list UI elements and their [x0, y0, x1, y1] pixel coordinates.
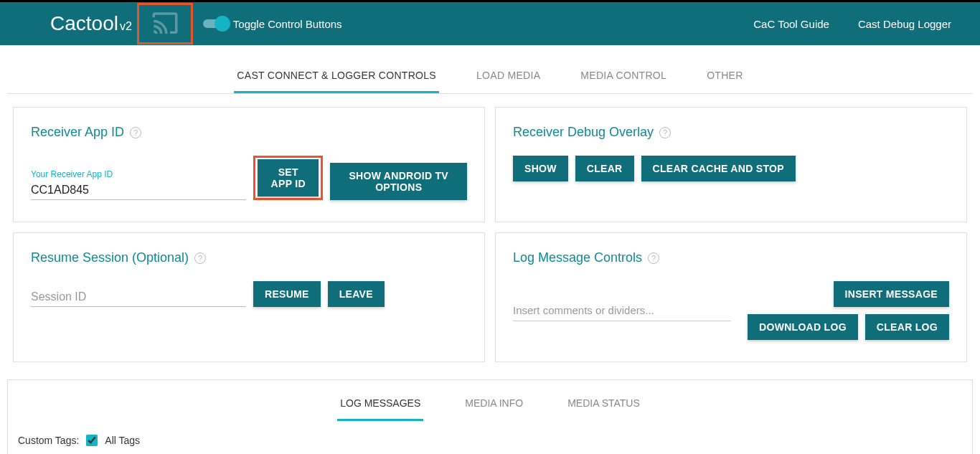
- tab-media-control[interactable]: MEDIA CONTROL: [578, 60, 669, 93]
- log-section: LOG MESSAGES MEDIA INFO MEDIA STATUS Cus…: [7, 379, 973, 454]
- title-text: Resume Session (Optional): [31, 250, 189, 265]
- checkbox-all-tags[interactable]: [86, 435, 98, 446]
- app-logo: Cactoolv2: [50, 12, 132, 35]
- input-session-id[interactable]: [31, 288, 246, 307]
- tab-log-messages[interactable]: LOG MESSAGES: [337, 387, 423, 421]
- title-text: Log Message Controls: [513, 250, 642, 265]
- download-log-button[interactable]: DOWNLOAD LOG: [748, 314, 858, 340]
- log-tabs: LOG MESSAGES MEDIA INFO MEDIA STATUS: [8, 380, 972, 422]
- custom-tags-label: Custom Tags:: [18, 435, 79, 446]
- panel-title-log-controls: Log Message Controls ?: [513, 250, 949, 265]
- input-receiver-app-id[interactable]: [31, 181, 246, 200]
- show-android-tv-options-button[interactable]: SHOW ANDROID TV OPTIONS: [330, 163, 467, 200]
- tab-load-media[interactable]: LOAD MEDIA: [473, 60, 543, 93]
- panel-title-debug-overlay: Receiver Debug Overlay ?: [513, 125, 949, 140]
- title-text: Receiver App ID: [31, 125, 124, 140]
- app-header: Cactoolv2 Toggle Control Buttons CaC Too…: [0, 2, 980, 45]
- control-panels: Receiver App ID ? Your Receiver App ID S…: [0, 94, 980, 375]
- resume-button[interactable]: RESUME: [253, 281, 321, 307]
- clear-log-button[interactable]: CLEAR LOG: [865, 314, 949, 340]
- custom-tags-row: Custom Tags: All Tags: [8, 422, 972, 454]
- clear-cache-stop-button[interactable]: CLEAR CACHE AND STOP: [641, 156, 796, 181]
- toggle-label: Toggle Control Buttons: [233, 18, 342, 30]
- panel-receiver-debug-overlay: Receiver Debug Overlay ? SHOW CLEAR CLEA…: [495, 107, 967, 222]
- cast-icon[interactable]: [147, 9, 183, 39]
- field-receiver-app-id: Your Receiver App ID: [31, 169, 246, 200]
- logo-version: v2: [120, 20, 132, 32]
- tab-other[interactable]: OTHER: [704, 60, 746, 93]
- help-icon[interactable]: ?: [648, 252, 659, 264]
- link-cac-tool-guide[interactable]: CaC Tool Guide: [753, 18, 829, 30]
- checkbox-all-tags-label: All Tags: [105, 435, 140, 446]
- help-icon[interactable]: ?: [194, 252, 206, 264]
- toggle-thumb: [215, 16, 230, 32]
- panel-resume-session: Resume Session (Optional) ? RESUME LEAVE: [13, 232, 485, 362]
- panel-title-receiver-app: Receiver App ID ?: [31, 125, 467, 140]
- panel-log-message-controls: Log Message Controls ? INSERT MESSAGE DO…: [495, 232, 967, 362]
- toggle-switch[interactable]: [203, 19, 225, 28]
- main-tabs: CAST CONNECT & LOGGER CONTROLS LOAD MEDI…: [7, 52, 973, 94]
- clear-overlay-button[interactable]: CLEAR: [575, 156, 634, 181]
- set-app-id-button[interactable]: SET APP ID: [258, 159, 319, 197]
- link-cast-debug-logger[interactable]: Cast Debug Logger: [858, 18, 951, 30]
- insert-message-button[interactable]: INSERT MESSAGE: [834, 281, 949, 307]
- logo-text: Cactool: [50, 12, 118, 34]
- help-icon[interactable]: ?: [130, 127, 141, 138]
- show-overlay-button[interactable]: SHOW: [513, 156, 568, 181]
- cast-icon-highlight: [137, 3, 193, 44]
- tab-cast-connect[interactable]: CAST CONNECT & LOGGER CONTROLS: [234, 60, 439, 93]
- tab-media-status[interactable]: MEDIA STATUS: [565, 387, 643, 421]
- set-app-id-highlight: SET APP ID: [253, 156, 323, 200]
- panel-receiver-app-id: Receiver App ID ? Your Receiver App ID S…: [13, 107, 485, 222]
- toggle-control-buttons[interactable]: Toggle Control Buttons: [203, 18, 342, 30]
- input-log-comment[interactable]: [513, 300, 731, 321]
- title-text: Receiver Debug Overlay: [513, 125, 654, 140]
- help-icon[interactable]: ?: [659, 127, 671, 138]
- field-label: Your Receiver App ID: [31, 169, 246, 179]
- leave-button[interactable]: LEAVE: [328, 281, 385, 307]
- tab-media-info[interactable]: MEDIA INFO: [462, 387, 526, 421]
- panel-title-resume-session: Resume Session (Optional) ?: [31, 250, 467, 265]
